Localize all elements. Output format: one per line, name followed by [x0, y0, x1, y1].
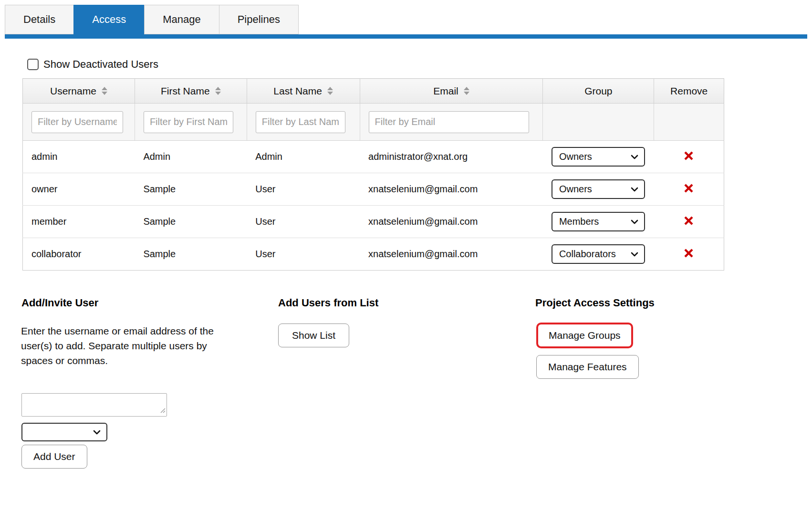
- username-cell: member: [23, 206, 135, 238]
- remove-user-icon[interactable]: [684, 248, 694, 258]
- group-cell: Collaborators: [543, 238, 654, 271]
- group-select[interactable]: Collaborators: [552, 244, 645, 264]
- group-select-value: Owners: [559, 151, 592, 162]
- last-name-cell: User: [247, 206, 360, 238]
- tab-details[interactable]: Details: [5, 5, 73, 34]
- email-cell: xnatselenium@gmail.com: [360, 238, 543, 271]
- project-access-settings-title: Project Access Settings: [535, 297, 655, 309]
- chevron-down-icon: [631, 155, 638, 159]
- last-name-cell: User: [247, 173, 360, 206]
- email-cell: administrator@xnat.org: [360, 141, 543, 173]
- chevron-down-icon: [631, 252, 638, 257]
- table-header-row: Username First Name Last Name Email Grou…: [23, 79, 724, 104]
- sort-icon: [464, 87, 469, 95]
- tab-bar: Details Access Manage Pipelines: [5, 5, 299, 34]
- first-name-cell: Admin: [135, 141, 247, 173]
- column-header-last-name[interactable]: Last Name: [247, 79, 360, 104]
- email-cell: xnatselenium@gmail.com: [360, 173, 543, 206]
- invite-users-textarea[interactable]: [21, 393, 167, 417]
- username-cell: owner: [23, 173, 135, 206]
- group-select[interactable]: Owners: [552, 179, 645, 199]
- group-select[interactable]: Owners: [552, 147, 645, 167]
- column-header-first-name[interactable]: First Name: [135, 79, 247, 104]
- remove-user-icon[interactable]: [684, 216, 694, 226]
- column-header-email[interactable]: Email: [360, 79, 543, 104]
- group-cell: Owners: [543, 173, 654, 206]
- group-select[interactable]: Members: [552, 212, 645, 231]
- column-label: Email: [433, 85, 458, 97]
- group-cell: Owners: [543, 141, 654, 173]
- manage-groups-button[interactable]: Manage Groups: [536, 323, 633, 348]
- remove-user-icon[interactable]: [684, 151, 694, 161]
- show-deactivated-label: Show Deactivated Users: [43, 58, 158, 71]
- username-cell: collaborator: [23, 238, 135, 271]
- last-name-cell: Admin: [247, 141, 360, 173]
- chevron-down-icon: [631, 187, 638, 192]
- first-name-cell: Sample: [135, 206, 247, 238]
- column-label: Remove: [670, 85, 708, 97]
- table-row: member Sample User xnatselenium@gmail.co…: [23, 206, 724, 238]
- column-label: Username: [50, 85, 96, 97]
- column-label: First Name: [161, 85, 210, 97]
- show-deactivated-checkbox[interactable]: [27, 59, 39, 70]
- remove-user-icon[interactable]: [684, 183, 694, 193]
- add-user-button[interactable]: Add User: [21, 445, 87, 469]
- column-header-username[interactable]: Username: [23, 79, 135, 104]
- add-invite-user-description: Enter the username or email address of t…: [21, 324, 226, 368]
- group-select-value: Members: [559, 216, 599, 227]
- tab-access[interactable]: Access: [73, 5, 144, 34]
- group-select-value: Collaborators: [559, 249, 616, 260]
- sort-icon: [102, 87, 107, 95]
- table-row: admin Admin Admin administrator@xnat.org…: [23, 141, 724, 173]
- add-invite-user-title: Add/Invite User: [21, 297, 98, 309]
- group-select-value: Owners: [559, 184, 592, 195]
- filter-username-input[interactable]: [31, 111, 123, 133]
- table-row: collaborator Sample User xnatselenium@gm…: [23, 238, 724, 271]
- email-cell: xnatselenium@gmail.com: [360, 206, 543, 238]
- invite-group-select[interactable]: [21, 423, 107, 441]
- manage-features-button[interactable]: Manage Features: [536, 355, 639, 379]
- table-filter-row: [23, 104, 724, 141]
- filter-first-name-input[interactable]: [144, 111, 233, 133]
- add-users-from-list-title: Add Users from List: [278, 297, 378, 309]
- column-header-group: Group: [543, 79, 654, 104]
- column-label: Group: [584, 85, 612, 97]
- group-cell: Members: [543, 206, 654, 238]
- sort-icon: [327, 87, 333, 95]
- filter-email-input[interactable]: [369, 111, 529, 133]
- table-row: owner Sample User xnatselenium@gmail.com…: [23, 173, 724, 206]
- first-name-cell: Sample: [135, 238, 247, 271]
- users-table: Username First Name Last Name Email Grou…: [22, 78, 724, 271]
- last-name-cell: User: [247, 238, 360, 271]
- column-label: Last Name: [273, 85, 322, 97]
- tab-manage[interactable]: Manage: [144, 5, 219, 34]
- invite-textarea-wrap: [21, 393, 167, 417]
- tab-pipelines[interactable]: Pipelines: [219, 5, 299, 34]
- column-header-remove: Remove: [654, 79, 724, 104]
- chevron-down-icon: [93, 428, 101, 437]
- active-tab-accent-bar: [5, 34, 807, 39]
- first-name-cell: Sample: [135, 173, 247, 206]
- chevron-down-icon: [631, 219, 638, 224]
- show-list-button[interactable]: Show List: [278, 324, 349, 347]
- username-cell: admin: [23, 141, 135, 173]
- show-deactivated-row: Show Deactivated Users: [27, 58, 158, 71]
- sort-icon: [215, 87, 221, 95]
- filter-last-name-input[interactable]: [256, 111, 345, 133]
